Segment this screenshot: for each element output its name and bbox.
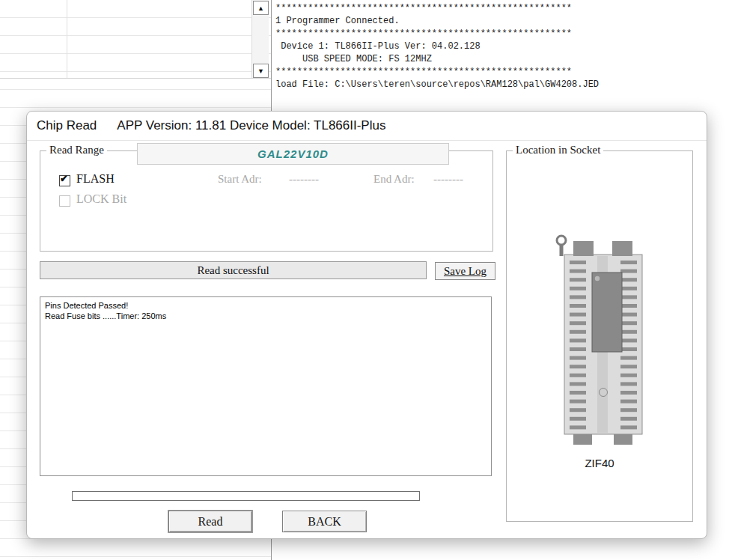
up-arrow-icon: ▲ bbox=[257, 4, 264, 12]
socket-type-label: ZIF40 bbox=[507, 457, 692, 469]
location-in-socket-legend: Location in Socket bbox=[513, 144, 603, 156]
inserted-chip bbox=[592, 273, 622, 352]
column-divider bbox=[67, 0, 67, 78]
pane-bottom-edge bbox=[0, 78, 271, 79]
flash-checkbox-label: FLASH bbox=[76, 172, 115, 186]
start-adr-value: -------- bbox=[289, 173, 319, 186]
end-adr-label: End Adr: bbox=[373, 173, 415, 186]
chip-name-label: GAL22V10D bbox=[257, 147, 329, 160]
socket-lever-icon bbox=[557, 236, 566, 245]
console-line: ****************************************… bbox=[275, 28, 732, 40]
console-line: Device 1: TL866II-Plus Ver: 04.02.128 bbox=[275, 40, 732, 53]
status-bar: Read successful bbox=[40, 261, 427, 279]
location-in-socket-group: Location in Socket ZIF40 bbox=[506, 150, 693, 522]
title-separator bbox=[27, 140, 707, 141]
console-line: ****************************************… bbox=[275, 2, 732, 15]
progress-bar bbox=[72, 491, 420, 501]
back-button[interactable]: BACK bbox=[282, 511, 367, 532]
chip-read-dialog: Chip Read APP Version: 11.81 Device Mode… bbox=[26, 111, 707, 539]
dialog-title-row: Chip Read APP Version: 11.81 Device Mode… bbox=[37, 112, 385, 140]
zif-socket-graphic bbox=[555, 232, 644, 445]
back-button-label: BACK bbox=[308, 515, 341, 529]
checkmark-icon: ✔ bbox=[60, 173, 68, 184]
chip-name-tab: GAL22V10D bbox=[137, 143, 449, 165]
status-message: Read successful bbox=[197, 264, 269, 277]
scroll-up-button[interactable]: ▲ bbox=[253, 1, 269, 15]
scroll-down-button[interactable]: ▼ bbox=[253, 64, 269, 78]
read-range-legend: Read Range bbox=[46, 144, 107, 156]
save-log-button[interactable]: Save Log bbox=[435, 262, 495, 280]
dialog-title: Chip Read bbox=[37, 118, 97, 133]
end-adr-value: -------- bbox=[433, 173, 463, 186]
read-button[interactable]: Read bbox=[168, 511, 252, 532]
console-line: USB SPEED MODE: FS 12MHZ bbox=[275, 53, 732, 66]
start-adr-label: Start Adr: bbox=[218, 173, 262, 186]
read-button-label: Read bbox=[198, 515, 223, 529]
chip-pin1-dot bbox=[595, 276, 600, 281]
console-line: 1 Programmer Connected. bbox=[275, 15, 732, 28]
read-range-group: Read Range ✔ FLASH LOCK Bit Start Adr: -… bbox=[40, 150, 493, 252]
down-arrow-icon: ▼ bbox=[257, 67, 264, 75]
lock-bit-checkbox-label: LOCK Bit bbox=[76, 192, 126, 206]
dialog-subtitle: APP Version: 11.81 Device Model: TL866II… bbox=[117, 118, 385, 133]
vertical-scrollbar[interactable]: ▲ ▼ bbox=[251, 0, 269, 78]
save-log-label: Save Log bbox=[444, 265, 487, 278]
console-line: load File: C:\Users\teren\source\repos\R… bbox=[275, 79, 732, 91]
log-output-area[interactable]: Pins Detected Passed! Read Fuse bits ...… bbox=[40, 296, 492, 476]
console-line: ****************************************… bbox=[275, 66, 732, 79]
flash-checkbox[interactable]: ✔ bbox=[59, 175, 70, 186]
lock-bit-checkbox[interactable] bbox=[59, 195, 70, 207]
